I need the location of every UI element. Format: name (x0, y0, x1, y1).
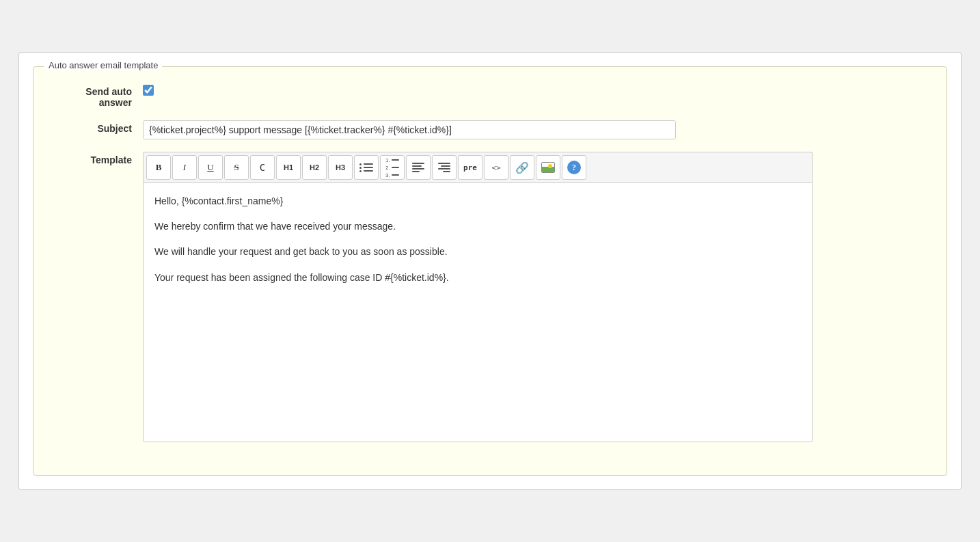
code-button[interactable]: C (250, 155, 275, 180)
unordered-list-icon (359, 163, 373, 172)
align-left-icon (412, 163, 424, 172)
auto-answer-section: Auto answer email template Send auto ans… (33, 66, 947, 476)
italic-button[interactable]: I (172, 155, 197, 180)
bold-button[interactable]: B (146, 155, 171, 180)
align-left-button[interactable] (406, 155, 431, 180)
h3-button[interactable]: H3 (328, 155, 353, 180)
subject-row: Subject (54, 120, 926, 139)
strikethrough-button[interactable]: S (224, 155, 249, 180)
template-label: Template (54, 152, 143, 165)
subject-input[interactable] (143, 120, 676, 139)
subject-label: Subject (54, 120, 143, 134)
subject-content (143, 120, 926, 139)
send-auto-answer-checkbox[interactable] (143, 85, 154, 96)
send-auto-answer-row: Send auto answer (54, 83, 926, 108)
editor-toolbar: B I U S C (143, 152, 813, 182)
template-line-2: We hereby confirm that we have received … (154, 218, 801, 235)
unordered-list-button[interactable] (354, 155, 379, 180)
template-content-wrapper: B I U S C (143, 152, 926, 442)
insert-link-button[interactable]: 🔗 (510, 155, 534, 180)
template-line-1: Hello, {%contact.first_name%} (154, 193, 801, 210)
image-icon (541, 162, 555, 173)
underline-button[interactable]: U (198, 155, 223, 180)
send-auto-answer-content (143, 83, 926, 96)
help-button[interactable]: ? (562, 155, 586, 180)
template-line-3: We will handle your request and get back… (154, 243, 801, 260)
pre-button[interactable]: pre (458, 155, 482, 180)
send-auto-answer-label: Send auto answer (54, 83, 143, 108)
template-editor[interactable]: Hello, {%contact.first_name%} We hereby … (143, 182, 813, 442)
insert-image-button[interactable] (536, 155, 560, 180)
ordered-list-button[interactable]: 1. 2. 3. (380, 155, 405, 180)
section-title: Auto answer email template (44, 60, 162, 70)
align-right-button[interactable] (432, 155, 457, 180)
link-icon: 🔗 (515, 161, 529, 174)
align-right-icon (438, 163, 450, 172)
h1-button[interactable]: H1 (276, 155, 301, 180)
ordered-list-icon: 1. 2. 3. (385, 157, 399, 178)
html-view-button[interactable]: <> (484, 155, 508, 180)
template-line-4: Your request has been assigned the follo… (154, 269, 801, 286)
h2-button[interactable]: H2 (302, 155, 327, 180)
template-row: Template B I U (54, 152, 926, 442)
page-container: Auto answer email template Send auto ans… (18, 52, 962, 490)
help-icon: ? (567, 161, 581, 174)
